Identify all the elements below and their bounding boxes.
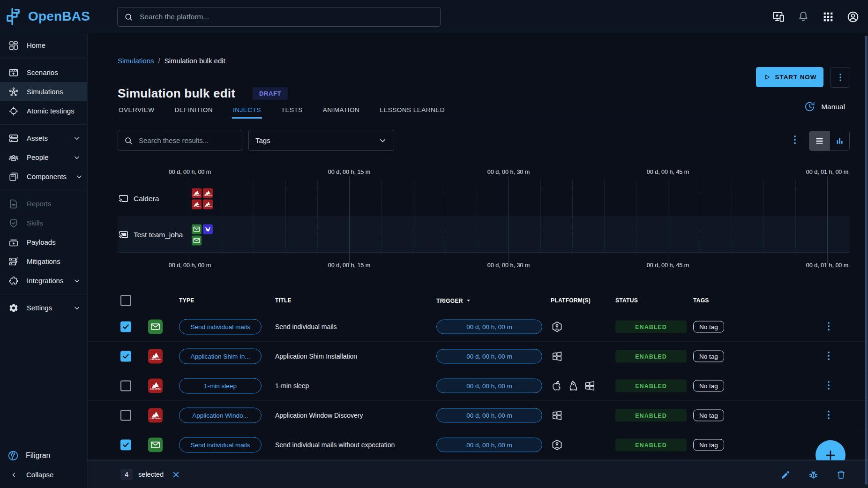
column-header-trigger[interactable]: TRIGGER <box>436 297 472 305</box>
tag-chip: No tag <box>693 321 724 333</box>
timeline-gridline-major <box>349 177 350 264</box>
chev-down-icon <box>72 153 82 162</box>
tab-definition[interactable]: DEFINITION <box>174 105 214 118</box>
clear-selection-button[interactable] <box>171 470 181 480</box>
inject-row[interactable]: CALDERAApplication Windo...Application W… <box>88 401 868 430</box>
sidebar-item-simulations[interactable]: Simulations <box>0 82 87 101</box>
sidebar-item-components[interactable]: Components <box>0 167 87 186</box>
tab-tests[interactable]: TESTS <box>280 105 304 118</box>
column-header-type[interactable]: TYPE <box>179 297 195 304</box>
chart-view-button[interactable] <box>830 131 850 150</box>
inject-type-icon-email <box>148 438 163 452</box>
timeline-row-name: Test team_joha <box>118 217 188 252</box>
sidebar-divider <box>0 124 87 125</box>
inject-row[interactable]: CALDERAApplication Shim In...Application… <box>88 342 868 371</box>
devices-button[interactable] <box>772 10 785 23</box>
inject-marker-caldera[interactable]: CALDERA <box>192 199 202 209</box>
apps-button[interactable] <box>822 10 835 23</box>
tab-overview[interactable]: OVERVIEW <box>118 105 156 118</box>
cast-connected-icon <box>118 229 129 240</box>
row-checkbox[interactable] <box>120 410 131 421</box>
sidebar-item-atomic-testings[interactable]: Atomic testings <box>0 101 87 120</box>
apps-icon <box>822 10 835 23</box>
sidebar-item-people[interactable]: People <box>0 148 87 167</box>
inject-marker-email[interactable] <box>192 235 202 245</box>
timeline-row-caldera: CalderaCALDERACALDERACALDERACALDERA <box>118 180 850 217</box>
tags-filter-select[interactable]: Tags <box>248 130 394 151</box>
row-checkbox[interactable] <box>120 322 131 332</box>
target-icon <box>8 106 19 116</box>
status-chip: ENABLED <box>615 350 687 363</box>
column-header-title[interactable]: TITLE <box>275 297 292 304</box>
inject-row[interactable]: CALDERA1-min sleep1-min sleep00 d, 00 h,… <box>88 371 868 401</box>
bell-button[interactable] <box>797 10 810 23</box>
sidebar-item-reports: Reports <box>0 194 87 213</box>
delete-selected-button[interactable] <box>836 469 846 480</box>
row-menu-button[interactable] <box>823 349 835 363</box>
inject-marker-caldera[interactable]: CALDERA <box>203 188 213 198</box>
collapse-button[interactable]: Collapse <box>0 465 87 484</box>
row-menu-button[interactable] <box>823 408 835 422</box>
results-search[interactable] <box>118 130 242 151</box>
results-search-input[interactable] <box>138 136 236 145</box>
simulation-more-button[interactable] <box>830 67 850 88</box>
openbas-logo-icon <box>5 7 24 26</box>
sidebar-item-mitigations[interactable]: Mitigations <box>0 252 87 271</box>
start-now-button[interactable]: START NOW <box>756 67 823 87</box>
sidebar-item-assets[interactable]: Assets <box>0 128 87 148</box>
timeline-tick-label: 00 d, 01 h, 00 m <box>806 169 848 175</box>
column-header-status[interactable]: STATUS <box>615 297 638 304</box>
filigran-link[interactable]: Filigran <box>0 446 87 465</box>
row-checkbox[interactable] <box>120 351 131 362</box>
row-menu-button[interactable] <box>823 320 835 334</box>
inject-type-chip: 1-min sleep <box>179 378 262 394</box>
edit-selected-button[interactable] <box>780 469 791 480</box>
inject-marker-vision[interactable] <box>203 224 213 234</box>
breadcrumb-simulations-link[interactable]: Simulations <box>118 57 154 65</box>
caldera-mark-icon: CALDERA <box>148 408 163 423</box>
filters-more-button[interactable] <box>789 133 801 148</box>
global-search-input[interactable] <box>139 12 434 22</box>
sidebar-item-integrations[interactable]: Integrations <box>0 271 87 290</box>
timeline-gridline-minor <box>285 180 286 253</box>
sidebar-item-settings[interactable]: Settings <box>0 298 87 317</box>
account-button[interactable] <box>846 10 860 23</box>
close-icon <box>171 470 181 480</box>
linux-platform-icon <box>567 380 580 392</box>
update-mode-indicator: Manual <box>804 101 845 113</box>
timeline-bands: CalderaCALDERACALDERACALDERACALDERATest … <box>118 180 850 253</box>
inject-marker-email[interactable] <box>192 224 202 234</box>
column-header-tags[interactable]: TAGS <box>693 297 709 304</box>
row-menu-button[interactable] <box>823 379 835 393</box>
test-selected-button[interactable] <box>808 469 819 480</box>
filigran-label: Filigran <box>26 451 50 460</box>
bug-icon <box>808 469 819 480</box>
list-view-icon <box>815 136 824 146</box>
inject-row[interactable]: Send individual mailsSend individual mai… <box>88 430 868 460</box>
sidebar-item-home[interactable]: Home <box>0 36 87 55</box>
row-checkbox[interactable] <box>120 440 131 450</box>
more-vert-icon <box>823 379 835 392</box>
scrollbar-thumb[interactable] <box>865 36 868 485</box>
sidebar-item-label: Reports <box>27 200 52 208</box>
tab-injects[interactable]: INJECTS <box>232 105 262 119</box>
selection-bar: 4 selected <box>88 460 868 488</box>
timeline-tick-label: 00 d, 00 h, 30 m <box>487 169 530 175</box>
timeline-gridline-minor <box>254 180 254 253</box>
update-icon[interactable] <box>804 101 816 113</box>
sidebar-item-payloads[interactable]: Payloads <box>0 233 87 252</box>
inject-row[interactable]: Send individual mailsSend individual mai… <box>88 312 868 342</box>
openbas-logo[interactable]: OpenBAS <box>5 7 90 26</box>
inject-marker-caldera[interactable]: CALDERA <box>203 199 213 209</box>
tab-animation[interactable]: ANIMATION <box>322 105 361 118</box>
global-search[interactable] <box>117 7 441 27</box>
row-checkbox[interactable] <box>120 381 131 391</box>
sidebar-item-label: Skills <box>27 219 43 227</box>
tab-lessons-learned[interactable]: LESSONS LEARNED <box>379 105 446 118</box>
select-all-checkbox[interactable] <box>120 295 131 306</box>
column-header-platforms[interactable]: PLATFORM(S) <box>551 297 591 304</box>
inject-marker-caldera[interactable]: CALDERA <box>192 188 202 198</box>
sidebar-item-scenarios[interactable]: Scenarios <box>0 63 87 82</box>
list-view-button[interactable] <box>809 131 830 150</box>
inject-type-icon-caldera: CALDERA <box>148 349 163 364</box>
